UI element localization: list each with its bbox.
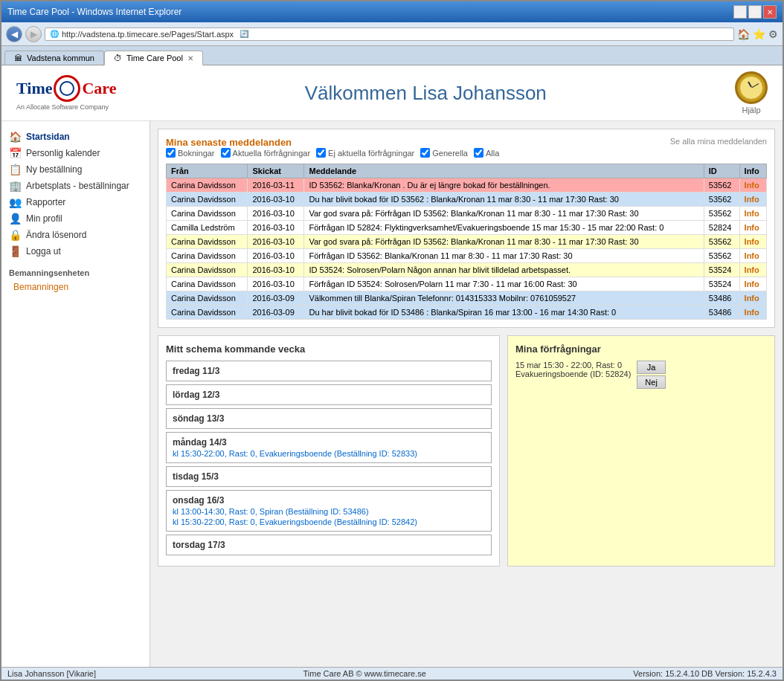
close-button[interactable]: ✕ [763, 5, 777, 19]
cell-message: Var god svara på: Förfrågan ID 53562: Bl… [304, 235, 704, 249]
cell-message: Förfrågan ID 53524: Solrosen/Polarn 11 m… [304, 277, 704, 291]
filter-alla-checkbox[interactable] [474, 148, 483, 158]
forward-button[interactable]: ▶ [25, 26, 42, 42]
table-row: Carina Davidsson 2016-03-10 Förfrågan ID… [167, 249, 767, 263]
cell-info[interactable]: Info [739, 249, 766, 263]
profile-icon: 👤 [9, 213, 22, 225]
messages-table-header: Från Skickat Meddelande ID Info [167, 164, 767, 178]
cell-info[interactable]: Info [739, 235, 766, 249]
day-detail: kl 13:00-14:30, Rast: 0, Spiran (Beställ… [173, 507, 485, 516]
messages-title: Mina senaste meddelanden [166, 137, 292, 148]
lock-icon: 🔒 [9, 229, 22, 241]
table-row: Carina Davidsson 2016-03-09 Du har blivi… [167, 306, 767, 320]
back-button[interactable]: ◀ [6, 26, 22, 42]
filter-generella-checkbox[interactable] [420, 148, 430, 158]
request-time: 15 mar 15:30 - 22:00, Rast: 0 [515, 361, 631, 369]
favorites-icon[interactable]: ⭐ [753, 28, 765, 40]
sidebar-label-startsidan: Startsidan [26, 132, 70, 142]
day-label: söndag 13/3 [173, 413, 485, 424]
address-text: http://vadstena.tp.timecare.se/Pages/Sta… [62, 30, 234, 39]
filter-ej-aktuella-checkbox[interactable] [316, 148, 326, 158]
tab-timecare-label: Time Care Pool [126, 54, 183, 62]
cell-id: 53524 [704, 277, 739, 291]
filter-bokningar[interactable]: Bokningar [166, 148, 215, 158]
requests-section: Mina förfrågningar 15 mar 15:30 - 22:00,… [507, 335, 775, 567]
cell-from: Carina Davidsson [167, 277, 248, 291]
cell-from: Carina Davidsson [167, 249, 248, 263]
cell-info[interactable]: Info [739, 277, 766, 291]
tab-close-icon[interactable]: ✕ [187, 54, 193, 62]
filter-aktuella[interactable]: Aktuella förfrågningar [221, 148, 311, 158]
cell-date: 2016-03-10 [248, 221, 304, 235]
refresh-icon[interactable]: 🔄 [240, 30, 248, 38]
home-icon[interactable]: 🏠 [737, 28, 750, 40]
sidebar-item-rapporter[interactable]: 👥 Rapporter [1, 194, 150, 210]
cell-date: 2016-03-10 [248, 263, 304, 277]
filter-aktuella-checkbox[interactable] [221, 148, 231, 158]
cell-info[interactable]: Info [739, 193, 766, 207]
day-detail: kl 15:30-22:00, Rast: 0, Evakueringsboen… [173, 449, 485, 458]
request-buttons: Ja Nej [637, 361, 666, 389]
cell-info[interactable]: Info [739, 221, 766, 235]
cell-message: ID 53562: Blanka/Kronan . Du är ej längr… [304, 178, 704, 193]
request-place: Evakueringsboende (ID: 52824) [515, 369, 631, 378]
cell-info[interactable]: Info [739, 207, 766, 221]
sidebar-item-startsidan[interactable]: 🏠 Startsidan [1, 129, 150, 145]
tab-timecare[interactable]: ⏱ Time Care Pool ✕ [104, 51, 203, 65]
request-yes-button[interactable]: Ja [637, 361, 666, 374]
sidebar-label-kalender: Personlig kalender [26, 148, 100, 158]
cell-info[interactable]: Info [739, 306, 766, 320]
sidebar-item-logga-ut[interactable]: 🚪 Logga ut [1, 243, 150, 259]
filter-ej-aktuella[interactable]: Ej aktuella förfrågningar [316, 148, 414, 158]
cell-info[interactable]: Info [739, 178, 766, 193]
col-meddelande: Meddelande [304, 164, 704, 178]
browser-window: Time Care Pool - Windows Internet Explor… [0, 0, 784, 681]
sidebar-item-kalender[interactable]: 📅 Personlig kalender [1, 145, 150, 161]
cell-id: 52824 [704, 221, 739, 235]
filter-generella[interactable]: Generella [420, 148, 468, 158]
address-bar[interactable]: 🌐 http://vadstena.tp.timecare.se/Pages/S… [45, 28, 734, 41]
cell-date: 2016-03-10 [248, 193, 304, 207]
clock-hand-minute [751, 83, 759, 88]
sidebar-sub-bemanningen[interactable]: Bemanningen [1, 280, 150, 294]
tab-vadstena-label: Vadstena kommun [27, 54, 94, 62]
page-content: Time Care An Allocate Software Company V… [1, 65, 783, 680]
cell-date: 2016-03-10 [248, 207, 304, 221]
sidebar-item-losenord[interactable]: 🔒 Ändra lösenord [1, 227, 150, 243]
schedule-day: torsdag 17/3 [166, 535, 492, 555]
sidebar-item-bestallning[interactable]: 📋 Ny beställning [1, 161, 150, 178]
see-all-link[interactable]: Se alla mina meddelanden [670, 137, 767, 146]
table-row: Carina Davidsson 2016-03-11 ID 53562: Bl… [167, 178, 767, 193]
cell-info[interactable]: Info [739, 263, 766, 277]
table-row: Carina Davidsson 2016-03-10 Du har blivi… [167, 193, 767, 207]
content-area: Mina senaste meddelanden Se alla mina me… [150, 121, 783, 667]
help-area[interactable]: Hjälp [735, 71, 768, 114]
nav-bar: ◀ ▶ 🌐 http://vadstena.tp.timecare.se/Pag… [1, 22, 783, 46]
col-info: Info [739, 164, 766, 178]
clock-icon [735, 71, 768, 104]
sidebar-item-profil[interactable]: 👤 Min profil [1, 210, 150, 227]
sidebar-item-arbetsplats[interactable]: 🏢 Arbetsplats - beställningar [1, 178, 150, 194]
filter-alla[interactable]: Alla [474, 148, 499, 158]
tab-vadstena-icon: 🏛 [14, 54, 22, 62]
col-id: ID [704, 164, 739, 178]
cell-from: Carina Davidsson [167, 178, 248, 193]
title-bar: Time Care Pool - Windows Internet Explor… [1, 1, 783, 22]
page-header: Time Care An Allocate Software Company V… [1, 65, 783, 121]
maximize-button[interactable]: □ [748, 5, 762, 19]
filter-bokningar-checkbox[interactable] [166, 148, 176, 158]
tab-vadstena[interactable]: 🏛 Vadstena kommun [4, 51, 104, 65]
address-icon: 🌐 [50, 30, 59, 38]
messages-table: Från Skickat Meddelande ID Info Carina D… [166, 164, 767, 320]
messages-section: Mina senaste meddelanden Se alla mina me… [158, 129, 775, 328]
reports-icon: 👥 [9, 196, 22, 208]
schedule-section: Mitt schema kommande vecka fredag 11/3lö… [158, 335, 500, 567]
settings-icon[interactable]: ⚙ [768, 28, 778, 40]
cell-info[interactable]: Info [739, 291, 766, 306]
minimize-button[interactable]: _ [733, 5, 747, 19]
home-icon: 🏠 [9, 131, 22, 143]
day-label: lördag 12/3 [173, 390, 485, 400]
logo-time: Time [16, 79, 52, 98]
request-no-button[interactable]: Nej [637, 375, 666, 389]
cell-from: Carina Davidsson [167, 235, 248, 249]
